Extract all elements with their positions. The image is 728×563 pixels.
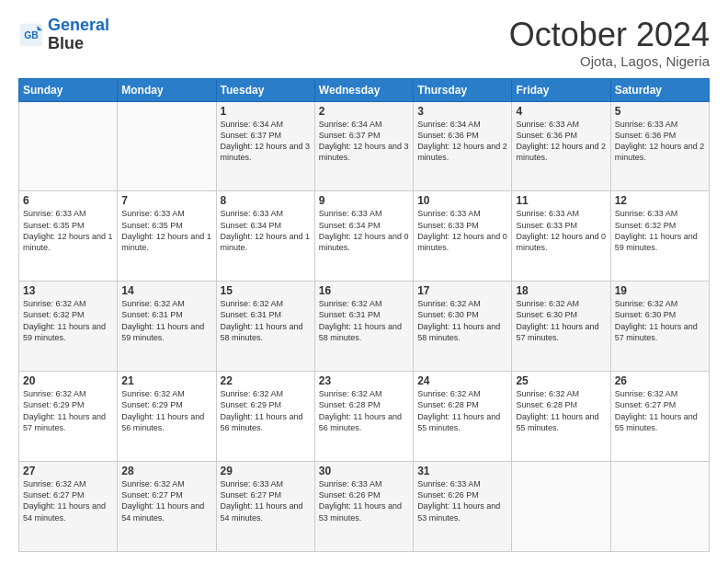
day-info: Sunrise: 6:33 AMSunset: 6:34 PMDaylight:…: [319, 208, 409, 253]
day-info: Sunrise: 6:32 AMSunset: 6:32 PMDaylight:…: [23, 298, 113, 343]
calendar-cell: 1Sunrise: 6:34 AMSunset: 6:37 PMDaylight…: [216, 101, 314, 191]
day-number: 24: [417, 374, 507, 387]
weekday-header-friday: Friday: [512, 78, 610, 101]
calendar-cell: 31Sunrise: 6:33 AMSunset: 6:26 PMDayligh…: [414, 462, 512, 552]
calendar-cell: [610, 462, 709, 552]
day-info: Sunrise: 6:32 AMSunset: 6:27 PMDaylight:…: [23, 478, 113, 523]
day-info: Sunrise: 6:33 AMSunset: 6:26 PMDaylight:…: [319, 478, 409, 523]
day-info: Sunrise: 6:32 AMSunset: 6:30 PMDaylight:…: [615, 298, 705, 343]
calendar-cell: [19, 101, 118, 191]
weekday-header-tuesday: Tuesday: [216, 78, 314, 101]
calendar-cell: 27Sunrise: 6:32 AMSunset: 6:27 PMDayligh…: [19, 462, 118, 552]
day-info: Sunrise: 6:32 AMSunset: 6:28 PMDaylight:…: [417, 388, 507, 433]
calendar-cell: 24Sunrise: 6:32 AMSunset: 6:28 PMDayligh…: [414, 372, 512, 462]
day-number: 14: [121, 284, 211, 297]
calendar-cell: [512, 462, 610, 552]
calendar-cell: 21Sunrise: 6:32 AMSunset: 6:29 PMDayligh…: [118, 372, 216, 462]
day-info: Sunrise: 6:33 AMSunset: 6:32 PMDaylight:…: [615, 208, 705, 253]
day-number: 23: [319, 374, 409, 387]
calendar-cell: 7Sunrise: 6:33 AMSunset: 6:35 PMDaylight…: [118, 191, 216, 282]
day-info: Sunrise: 6:33 AMSunset: 6:35 PMDaylight:…: [121, 208, 211, 253]
day-number: 11: [516, 194, 606, 207]
logo-text: General Blue: [48, 17, 109, 53]
logo-icon: GB: [18, 22, 44, 48]
day-info: Sunrise: 6:34 AMSunset: 6:37 PMDaylight:…: [221, 119, 311, 164]
weekday-header-sunday: Sunday: [19, 78, 118, 101]
calendar-cell: 6Sunrise: 6:33 AMSunset: 6:35 PMDaylight…: [19, 191, 118, 282]
day-number: 8: [221, 194, 311, 207]
calendar-cell: 14Sunrise: 6:32 AMSunset: 6:31 PMDayligh…: [118, 282, 216, 372]
calendar-cell: 4Sunrise: 6:33 AMSunset: 6:36 PMDaylight…: [512, 101, 610, 191]
day-number: 26: [615, 374, 705, 387]
day-number: 31: [417, 465, 507, 477]
week-row-1: 1Sunrise: 6:34 AMSunset: 6:37 PMDaylight…: [19, 101, 710, 191]
calendar-cell: 3Sunrise: 6:34 AMSunset: 6:36 PMDaylight…: [414, 101, 512, 191]
location: Ojota, Lagos, Nigeria: [509, 53, 710, 69]
day-info: Sunrise: 6:32 AMSunset: 6:29 PMDaylight:…: [121, 388, 211, 433]
day-number: 7: [121, 194, 211, 207]
day-number: 19: [615, 284, 705, 297]
day-number: 21: [121, 374, 211, 387]
day-info: Sunrise: 6:32 AMSunset: 6:30 PMDaylight:…: [516, 298, 606, 343]
calendar-cell: 29Sunrise: 6:33 AMSunset: 6:27 PMDayligh…: [216, 462, 314, 552]
calendar-cell: 2Sunrise: 6:34 AMSunset: 6:37 PMDaylight…: [314, 101, 413, 191]
calendar-cell: 8Sunrise: 6:33 AMSunset: 6:34 PMDaylight…: [216, 191, 314, 282]
day-info: Sunrise: 6:32 AMSunset: 6:27 PMDaylight:…: [615, 388, 705, 433]
day-info: Sunrise: 6:33 AMSunset: 6:36 PMDaylight:…: [516, 119, 606, 164]
calendar-cell: 25Sunrise: 6:32 AMSunset: 6:28 PMDayligh…: [512, 372, 610, 462]
svg-text:GB: GB: [24, 30, 38, 40]
day-number: 3: [417, 105, 507, 118]
day-number: 15: [221, 284, 311, 297]
day-number: 25: [516, 374, 606, 387]
calendar-cell: 30Sunrise: 6:33 AMSunset: 6:26 PMDayligh…: [314, 462, 413, 552]
day-number: 29: [221, 465, 311, 477]
logo-line2: Blue: [48, 35, 109, 53]
day-number: 16: [319, 284, 409, 297]
weekday-header-saturday: Saturday: [610, 78, 709, 101]
calendar-cell: [118, 101, 216, 191]
title-block: October 2024 Ojota, Lagos, Nigeria: [509, 17, 710, 69]
page: GB General Blue October 2024 Ojota, Lago…: [0, 0, 728, 563]
calendar-cell: 22Sunrise: 6:32 AMSunset: 6:29 PMDayligh…: [216, 372, 314, 462]
weekday-header-thursday: Thursday: [414, 78, 512, 101]
day-info: Sunrise: 6:33 AMSunset: 6:34 PMDaylight:…: [221, 208, 311, 253]
calendar-cell: 13Sunrise: 6:32 AMSunset: 6:32 PMDayligh…: [19, 282, 118, 372]
day-info: Sunrise: 6:32 AMSunset: 6:29 PMDaylight:…: [23, 388, 113, 433]
calendar-cell: 5Sunrise: 6:33 AMSunset: 6:36 PMDaylight…: [610, 101, 709, 191]
calendar-cell: 23Sunrise: 6:32 AMSunset: 6:28 PMDayligh…: [314, 372, 413, 462]
day-info: Sunrise: 6:32 AMSunset: 6:31 PMDaylight:…: [121, 298, 211, 343]
day-number: 28: [121, 465, 211, 477]
calendar-cell: 11Sunrise: 6:33 AMSunset: 6:33 PMDayligh…: [512, 191, 610, 282]
day-number: 2: [319, 105, 409, 118]
day-number: 9: [319, 194, 409, 207]
week-row-4: 20Sunrise: 6:32 AMSunset: 6:29 PMDayligh…: [19, 372, 710, 462]
day-number: 1: [221, 105, 311, 118]
day-number: 6: [23, 194, 113, 207]
day-number: 13: [23, 284, 113, 297]
day-info: Sunrise: 6:33 AMSunset: 6:26 PMDaylight:…: [417, 478, 507, 523]
calendar-cell: 12Sunrise: 6:33 AMSunset: 6:32 PMDayligh…: [610, 191, 709, 282]
calendar-cell: 16Sunrise: 6:32 AMSunset: 6:31 PMDayligh…: [314, 282, 413, 372]
day-info: Sunrise: 6:32 AMSunset: 6:28 PMDaylight:…: [516, 388, 606, 433]
week-row-2: 6Sunrise: 6:33 AMSunset: 6:35 PMDaylight…: [19, 191, 710, 282]
day-number: 10: [417, 194, 507, 207]
day-number: 20: [23, 374, 113, 387]
calendar-cell: 26Sunrise: 6:32 AMSunset: 6:27 PMDayligh…: [610, 372, 709, 462]
calendar-cell: 19Sunrise: 6:32 AMSunset: 6:30 PMDayligh…: [610, 282, 709, 372]
day-number: 22: [221, 374, 311, 387]
calendar-cell: 18Sunrise: 6:32 AMSunset: 6:30 PMDayligh…: [512, 282, 610, 372]
day-number: 18: [516, 284, 606, 297]
logo-line1: General: [48, 16, 109, 34]
header: GB General Blue October 2024 Ojota, Lago…: [18, 17, 710, 69]
calendar-cell: 28Sunrise: 6:32 AMSunset: 6:27 PMDayligh…: [118, 462, 216, 552]
day-number: 27: [23, 465, 113, 477]
day-number: 5: [615, 105, 705, 118]
day-number: 4: [516, 105, 606, 118]
weekday-header-row: SundayMondayTuesdayWednesdayThursdayFrid…: [19, 78, 710, 101]
day-info: Sunrise: 6:33 AMSunset: 6:36 PMDaylight:…: [615, 119, 705, 164]
calendar-cell: 17Sunrise: 6:32 AMSunset: 6:30 PMDayligh…: [414, 282, 512, 372]
day-info: Sunrise: 6:32 AMSunset: 6:31 PMDaylight:…: [221, 298, 311, 343]
logo: GB General Blue: [18, 17, 109, 53]
calendar-cell: 20Sunrise: 6:32 AMSunset: 6:29 PMDayligh…: [19, 372, 118, 462]
day-info: Sunrise: 6:32 AMSunset: 6:28 PMDaylight:…: [319, 388, 409, 433]
